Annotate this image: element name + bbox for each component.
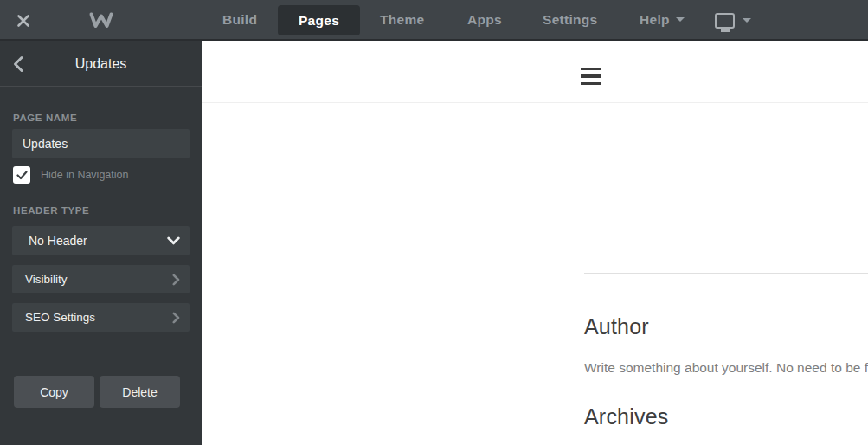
hide-in-navigation-toggle[interactable]: Hide in Navigation xyxy=(13,166,128,184)
close-editor-button[interactable] xyxy=(11,9,35,33)
sidebar-header: Updates xyxy=(0,41,202,87)
checkbox-checked-icon[interactable] xyxy=(13,166,30,184)
weebly-editor-window: Build Pages Theme Apps Settings Help Upd… xyxy=(0,0,868,445)
header-type-select[interactable]: No Header xyxy=(12,226,190,255)
help-menu-label: Help xyxy=(640,12,670,27)
preview-header-divider xyxy=(202,102,868,103)
hamburger-bar xyxy=(581,74,601,77)
archives-heading: Archives xyxy=(584,404,668,429)
top-navigation-bar: Build Pages Theme Apps Settings Help xyxy=(0,0,868,41)
visibility-label: Visibility xyxy=(25,273,68,286)
chevron-down-icon xyxy=(167,236,180,245)
author-description-text: Write something about yourself. No need … xyxy=(584,360,868,376)
copy-page-button[interactable]: Copy xyxy=(14,376,94,408)
tab-build[interactable]: Build xyxy=(222,0,257,39)
tab-theme[interactable]: Theme xyxy=(380,0,424,39)
page-settings-sidebar: Updates PAGE NAME Hide in Navigation HEA… xyxy=(0,41,202,445)
blog-sidebar-divider xyxy=(584,273,868,274)
help-menu[interactable]: Help xyxy=(640,0,685,39)
header-type-value: No Header xyxy=(29,234,87,248)
hamburger-bar xyxy=(581,82,601,85)
site-preview-canvas[interactable]: Author Write something about yourself. N… xyxy=(202,41,868,445)
sidebar-page-title: Updates xyxy=(0,41,202,87)
caret-down-icon xyxy=(743,18,751,23)
chevron-right-icon xyxy=(172,274,180,286)
tab-settings[interactable]: Settings xyxy=(543,0,598,39)
header-type-label: HEADER TYPE xyxy=(13,205,89,216)
chevron-left-icon xyxy=(12,55,24,73)
chevron-right-icon xyxy=(172,312,180,324)
delete-page-button[interactable]: Delete xyxy=(100,376,180,408)
close-icon xyxy=(16,14,30,28)
weebly-logo[interactable] xyxy=(87,8,115,32)
seo-settings-label: SEO Settings xyxy=(25,311,95,324)
page-name-input[interactable] xyxy=(12,129,190,158)
author-heading: Author xyxy=(584,314,649,339)
checkmark-icon xyxy=(16,171,28,180)
hide-in-navigation-label: Hide in Navigation xyxy=(41,169,128,181)
hamburger-bar xyxy=(581,68,601,70)
tab-pages[interactable]: Pages xyxy=(278,5,360,35)
caret-down-icon xyxy=(676,17,685,22)
page-name-label: PAGE NAME xyxy=(13,113,77,123)
back-button[interactable] xyxy=(7,53,29,75)
device-preview-selector[interactable] xyxy=(715,10,753,32)
seo-settings-row[interactable]: SEO Settings xyxy=(12,303,190,332)
tab-apps[interactable]: Apps xyxy=(467,0,502,39)
visibility-row[interactable]: Visibility xyxy=(12,265,190,293)
weebly-w-icon xyxy=(87,9,115,31)
hamburger-menu-icon[interactable] xyxy=(581,68,601,85)
desktop-monitor-icon xyxy=(715,13,735,29)
